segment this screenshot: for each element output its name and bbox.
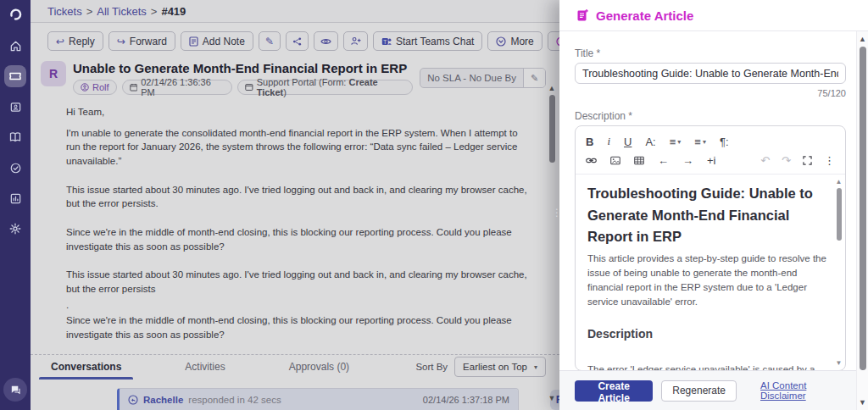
article-content-editable[interactable]: Troubleshooting Guide: Unable to Generat… [576, 175, 845, 370]
chevron-down-icon: ▾ [703, 138, 706, 146]
start-teams-chat-button[interactable]: T Start Teams Chat [373, 31, 482, 51]
sla-edit-pencil-icon[interactable]: ✎ [523, 69, 545, 87]
sla-text: No SLA - No Due By [420, 73, 523, 83]
sidebar-item-analytics[interactable] [4, 187, 26, 209]
sidebar-item-tickets[interactable] [4, 65, 26, 87]
reply-label: Reply [69, 36, 95, 47]
reply-timestamp: 02/14/26 1:37:18 PM [423, 395, 509, 405]
reply-button[interactable]: ↩ Reply [47, 31, 103, 51]
insert-table-button[interactable] [634, 156, 644, 165]
reply-card[interactable]: Rachelle responded in 42 secs 02/14/26 1… [117, 388, 519, 410]
indent-button[interactable]: → [682, 154, 693, 167]
more-label: More [510, 36, 533, 47]
scrollbar-thumb[interactable] [837, 188, 842, 241]
rich-text-editor: B i U A: ≡▾ ≡▾ ¶: ← → +i ↶ [575, 125, 846, 370]
article-document-icon [576, 8, 589, 22]
article-title-input[interactable] [575, 63, 846, 84]
forward-button[interactable]: ↪ Forward [108, 31, 175, 51]
sidebar-item-chat[interactable] [3, 378, 27, 402]
book-icon [8, 130, 22, 144]
title-field-label: Title * [575, 47, 841, 59]
scroll-down-arrow[interactable]: ▼ [857, 398, 868, 407]
app-sidebar [0, 0, 31, 410]
sort-order-dropdown[interactable]: Earliest on Top ▾ [454, 357, 546, 377]
redo-button[interactable]: ↷ [782, 154, 791, 167]
scroll-down-arrow[interactable]: ▼ [548, 395, 556, 402]
undo-button[interactable]: ↶ [760, 154, 770, 167]
tab-conversations[interactable]: Conversations [51, 354, 121, 380]
sidebar-item-knowledge-base[interactable] [4, 126, 26, 148]
edit-ticket-button[interactable]: ✎ [259, 31, 281, 51]
regenerate-button[interactable]: Regenerate [661, 380, 737, 402]
svg-text:T: T [383, 38, 387, 44]
scrollbar-thumb[interactable] [549, 95, 555, 163]
unordered-list-button[interactable]: ≡▾ [694, 136, 706, 148]
ai-content-disclaimer-link[interactable]: AI Content Disclaimer [760, 380, 841, 401]
person-icon [81, 83, 89, 91]
ticket-header: R Unable to Generate Month-End Financial… [31, 56, 559, 95]
main-scrollbar[interactable]: ▲ ▼ [548, 85, 556, 407]
created-date: 02/14/26 1:36:36 PM [141, 77, 225, 97]
scrollbar-thumb[interactable] [860, 47, 866, 370]
insert-image-button[interactable] [610, 156, 620, 165]
tab-approvals[interactable]: Approvals (0) [289, 354, 349, 380]
reply-responded-text: responded in 42 secs [188, 395, 281, 405]
check-circle-icon [9, 162, 22, 175]
editor-scrollbar[interactable]: ▲ ▼ [835, 178, 843, 367]
create-article-button[interactable]: Create Article [575, 380, 653, 402]
underline-button[interactable]: U [624, 136, 632, 148]
title-char-counter: 75/120 [575, 88, 846, 98]
requester-pill[interactable]: Rolf [73, 80, 117, 95]
ordered-list-button[interactable]: ≡▾ [670, 136, 682, 148]
italic-button[interactable]: i [607, 135, 610, 148]
source-pill: Support Portal (Form: Create Ticket) [237, 80, 413, 95]
share-icon [292, 36, 302, 47]
ticket-description: Hi Team, I'm unable to generate the cons… [31, 95, 559, 342]
sidebar-item-contacts[interactable] [4, 96, 26, 118]
paragraph-format-button[interactable]: ¶: [720, 136, 729, 148]
add-watcher-button[interactable] [343, 31, 368, 51]
ticket-main-area: Tickets > All Tickets > #419 ↩ Reply ↪ F… [31, 0, 559, 410]
add-note-label: Add Note [203, 36, 245, 47]
scroll-up-arrow[interactable]: ▲ [835, 178, 843, 186]
reply-author[interactable]: Rachelle [143, 395, 183, 405]
add-note-button[interactable]: Add Note [181, 31, 253, 51]
sidebar-item-settings[interactable] [4, 218, 26, 240]
panel-title: Generate Article [596, 8, 693, 23]
chevron-down-icon: ▾ [677, 138, 681, 146]
article-heading: Troubleshooting Guide: Unable to Generat… [587, 183, 826, 248]
ticket-paragraph: . [66, 298, 534, 313]
sidebar-item-home[interactable] [4, 35, 26, 57]
share-button[interactable] [286, 31, 309, 51]
breadcrumb: Tickets > All Tickets > #419 [31, 0, 559, 23]
more-options-kebab-icon[interactable]: ⋮ [824, 154, 835, 167]
sidebar-item-approvals[interactable] [4, 157, 26, 179]
fullscreen-button[interactable] [803, 154, 812, 167]
requester-name: Rolf [92, 82, 109, 92]
tab-activities[interactable]: Activities [185, 354, 225, 380]
conversation-tabs: Conversations Activities Approvals (0) S… [31, 354, 559, 380]
ticket-paragraph: Since we're in the middle of month-end c… [66, 313, 534, 341]
bold-button[interactable]: B [586, 136, 593, 148]
ticket-paragraph: This issue started about 30 minutes ago.… [66, 268, 534, 296]
scroll-down-arrow[interactable]: ▼ [835, 359, 843, 367]
text-format-button[interactable]: A: [645, 136, 655, 148]
insert-special-button[interactable]: +i [707, 154, 715, 167]
description-field-label: Description * [575, 110, 841, 122]
scroll-up-arrow[interactable]: ▲ [548, 85, 556, 91]
breadcrumb-separator: > [86, 5, 93, 18]
insert-link-button[interactable] [586, 157, 597, 164]
watch-button[interactable] [314, 31, 338, 51]
panel-body: Title * 75/120 Description * B i U A: ≡▾… [559, 32, 856, 370]
panel-scrollbar[interactable]: ▲ ▼ [856, 31, 868, 410]
outdent-button[interactable]: ← [658, 154, 669, 167]
person-add-icon [350, 36, 361, 46]
breadcrumb-all-tickets[interactable]: All Tickets [97, 5, 147, 18]
ticket-paragraph: Hi Team, [66, 105, 534, 119]
reply-card-header: Rachelle responded in 42 secs 02/14/26 1… [120, 389, 518, 410]
breadcrumb-tickets[interactable]: Tickets [47, 5, 82, 18]
scroll-up-arrow[interactable]: ▲ [857, 35, 868, 43]
editor-toolbar: B i U A: ≡▾ ≡▾ ¶: ← → +i ↶ [576, 126, 845, 175]
generate-article-panel: ⋮ Generate Article Title * 75/120 Descri… [559, 0, 868, 410]
more-button[interactable]: More [487, 31, 542, 51]
